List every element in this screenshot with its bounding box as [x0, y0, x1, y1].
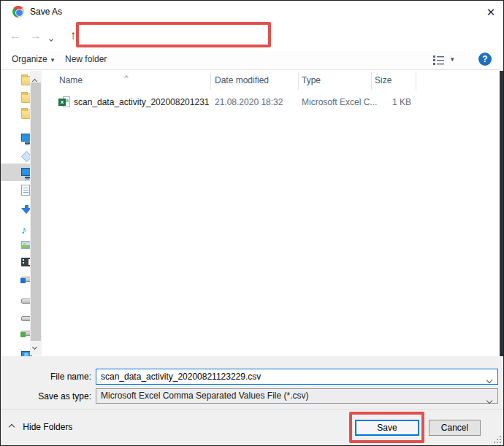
caret-down-icon: ▾ — [451, 55, 454, 63]
cancel-button[interactable]: Cancel — [429, 420, 481, 436]
chevron-down-icon — [49, 37, 53, 42]
file-name-cell: scan_data_activity_20200820123148.csv — [74, 97, 209, 107]
save-as-type-select[interactable]: Microsoft Excel Comma Separated Values F… — [96, 388, 498, 404]
close-button[interactable]: ✕ — [481, 4, 500, 21]
scrollbar-thumb[interactable] — [31, 82, 41, 341]
help-button[interactable]: ? — [478, 53, 492, 66]
file-browser-area: ♪ Name Date modified Type Size scan_data… — [1, 70, 503, 356]
chevron-up-icon — [9, 419, 14, 434]
save-as-type-label: Save as type: — [1, 391, 91, 401]
sidebar-scrollbar[interactable] — [30, 71, 42, 355]
background-window-edge — [500, 71, 503, 356]
chevron-down-icon[interactable] — [487, 374, 492, 385]
new-folder-button[interactable]: New folder — [65, 52, 107, 67]
recent-locations-button[interactable] — [46, 28, 56, 46]
up-icon: ↑ — [70, 28, 77, 42]
up-button[interactable]: ↑ — [64, 27, 83, 45]
forward-button[interactable]: → — [27, 27, 45, 45]
file-row[interactable]: scan_data_activity_20200820123148.csv 21… — [45, 94, 483, 110]
save-as-dialog: Save As ✕ ← → ↑ « Desktop › Scan_Data_Ac… — [0, 0, 504, 446]
organize-button[interactable]: Organize▾ — [12, 52, 54, 67]
column-header-date-modified[interactable]: Date modified — [215, 75, 269, 85]
column-header-name[interactable]: Name — [59, 75, 83, 85]
window-title: Save As — [30, 7, 62, 17]
chrome-icon — [12, 6, 24, 18]
save-button[interactable]: Save — [355, 420, 419, 436]
sort-ascending-icon — [125, 71, 128, 81]
dialog-footer: Hide Folders Save Cancel — [1, 409, 503, 445]
caret-down-icon: ▾ — [51, 56, 55, 64]
forward-icon: → — [30, 29, 42, 42]
folder-tree-sidebar: ♪ — [1, 70, 42, 356]
back-button[interactable]: ← — [7, 27, 24, 45]
title-bar: Save As ✕ — [1, 1, 503, 23]
file-name-label: File name: — [1, 372, 91, 382]
command-toolbar: Organize▾ New folder ▾ — [1, 49, 503, 70]
sidebar-item-documents-icon[interactable] — [21, 185, 30, 196]
column-header-type[interactable]: Type — [302, 75, 321, 85]
file-name-input[interactable] — [96, 369, 482, 384]
resize-grip[interactable] — [493, 435, 501, 443]
details-view-icon — [433, 55, 445, 65]
date-modified-cell: 21.08.2020 18:32 — [215, 97, 283, 107]
help-icon: ? — [482, 54, 487, 64]
column-header-size[interactable]: Size — [375, 75, 392, 85]
chevron-down-icon — [487, 393, 492, 407]
save-options-panel: File name: Save as type: Microsoft Excel… — [1, 356, 503, 409]
view-mode-button[interactable]: ▾ — [433, 54, 461, 66]
size-cell: 1 KB — [359, 97, 411, 107]
hide-folders-button[interactable]: Hide Folders — [9, 420, 72, 434]
scrollbar-down-icon[interactable] — [33, 341, 37, 351]
excel-csv-file-icon — [58, 96, 71, 108]
back-icon: ← — [9, 29, 21, 42]
file-name-combobox — [96, 369, 498, 385]
close-icon: ✕ — [486, 6, 496, 18]
navigation-bar: ← → ↑ « Desktop › Scan_Data_Activity_Rep… — [1, 23, 503, 49]
